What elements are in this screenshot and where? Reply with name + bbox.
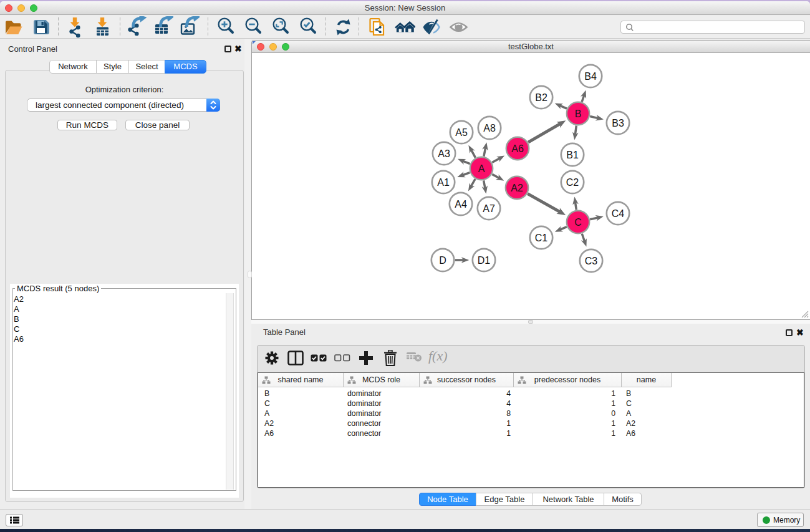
- svg-text:B3: B3: [612, 118, 624, 128]
- svg-text:C2: C2: [566, 177, 579, 188]
- svg-text:A4: A4: [455, 199, 467, 210]
- svg-text:C4: C4: [612, 208, 625, 219]
- svg-text:B: B: [575, 109, 582, 119]
- svg-text:A1: A1: [437, 177, 450, 188]
- svg-text:A3: A3: [438, 148, 450, 159]
- svg-text:D1: D1: [478, 255, 491, 266]
- svg-text:B2: B2: [535, 92, 547, 103]
- svg-text:A6: A6: [511, 143, 524, 154]
- svg-text:D: D: [439, 255, 446, 266]
- svg-text:A: A: [478, 163, 485, 174]
- svg-text:A7: A7: [483, 203, 495, 214]
- svg-text:B4: B4: [584, 71, 597, 82]
- svg-text:C: C: [574, 217, 582, 228]
- svg-text:A2: A2: [511, 183, 523, 193]
- svg-text:A5: A5: [455, 127, 468, 138]
- svg-text:C1: C1: [535, 233, 548, 243]
- svg-text:A8: A8: [483, 123, 496, 133]
- svg-text:C3: C3: [585, 256, 598, 266]
- svg-text:B1: B1: [566, 150, 579, 160]
